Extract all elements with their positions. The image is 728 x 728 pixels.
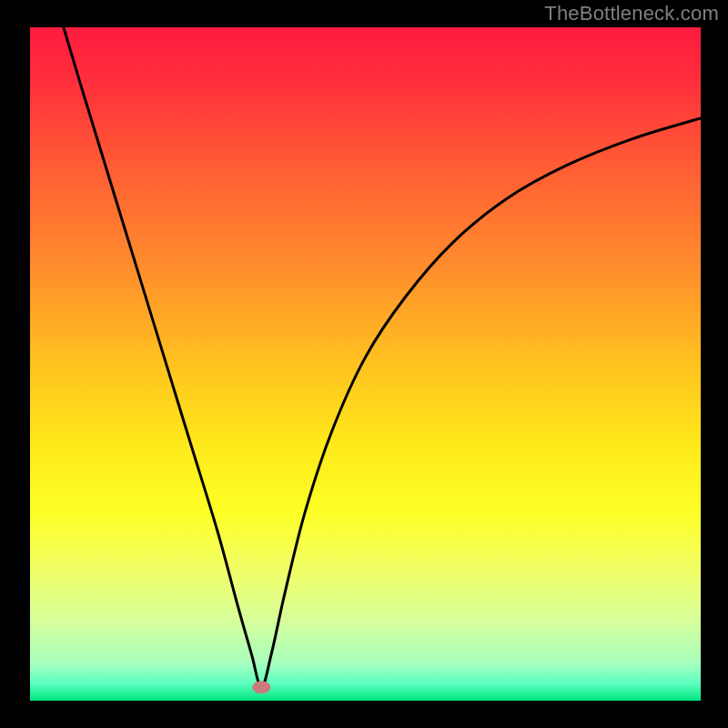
chart-frame: { "watermark": "TheBottleneck.com", "cha… <box>0 0 728 728</box>
optimal-point-marker <box>252 681 270 693</box>
watermark-text: TheBottleneck.com <box>544 2 719 25</box>
gradient-background <box>30 27 701 701</box>
bottleneck-chart <box>0 0 728 728</box>
